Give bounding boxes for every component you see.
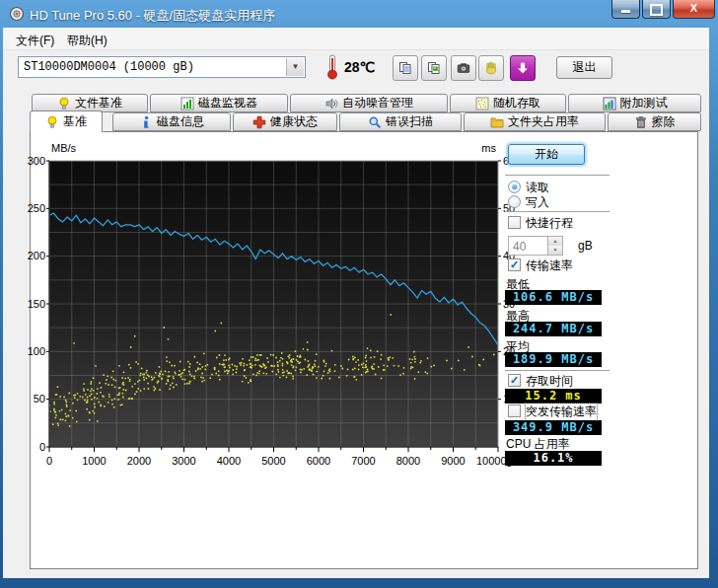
tab-label: 错误扫描 (386, 113, 433, 130)
svg-text:150: 150 (28, 298, 45, 310)
minimize-button[interactable] (611, 0, 640, 19)
divider (505, 175, 610, 177)
burst-rate-value: 349.9 MB/s (505, 420, 602, 435)
tab-label: 自动噪音管理 (342, 95, 413, 111)
disk-monitor-icon (180, 97, 194, 110)
tab-folder-usage[interactable]: 文件夹占用率 (464, 112, 606, 131)
start-button[interactable]: 开始 (508, 144, 585, 165)
exit-button[interactable]: 退出 (556, 56, 612, 79)
short-stroke-size-value: 40 (513, 240, 526, 254)
tab-random-access-alt[interactable]: 随机存取 (450, 94, 566, 112)
svg-text:7000: 7000 (351, 455, 375, 467)
copy-image-button[interactable] (421, 55, 447, 81)
tab-label: 擦除 (652, 113, 676, 130)
random-access-icon (475, 97, 489, 110)
tab-label: 附加测试 (620, 95, 668, 111)
svg-text:MB/s: MB/s (51, 142, 77, 154)
read-radio[interactable] (508, 181, 521, 193)
avg-speed-value: 189.9 MB/s (505, 352, 602, 367)
temperature-value: 28℃ (344, 59, 375, 75)
svg-text:100: 100 (28, 345, 45, 357)
tab-disk-info[interactable]: 磁盘信息 (112, 112, 231, 131)
svg-text:200: 200 (28, 250, 45, 261)
close-icon: X (690, 2, 697, 14)
short-stroke-size-spinner[interactable]: 40 ▲ ▼ (508, 236, 563, 256)
svg-text:2000: 2000 (127, 455, 151, 467)
write-radio[interactable] (508, 195, 521, 208)
disk-info-icon (139, 115, 153, 129)
save-icon (516, 61, 530, 75)
svg-text:9000: 9000 (441, 455, 465, 467)
svg-text:ms: ms (481, 142, 496, 154)
short-stroke-checkbox[interactable] (508, 216, 521, 229)
grid-lines (49, 161, 498, 447)
health-icon (252, 115, 266, 129)
screenshot-button[interactable] (451, 55, 476, 81)
burst-rate-checkbox[interactable] (508, 404, 521, 417)
short-stroke-label[interactable]: 快捷行程 (526, 215, 573, 232)
tab-benchmark[interactable]: 基准 (30, 110, 103, 132)
drive-select-value: ST10000DM0004 (10000 gB) (24, 60, 194, 74)
tab-label: 磁盘信息 (157, 113, 204, 130)
svg-text:3000: 3000 (172, 455, 195, 467)
divider (505, 211, 610, 213)
copy-text-button[interactable] (393, 55, 418, 81)
tab-aam-alt[interactable]: 自动噪音管理 (290, 94, 448, 112)
menu-file[interactable]: 文件(F) (10, 31, 60, 51)
transfer-rate-label[interactable]: 传输速率 (526, 257, 573, 274)
min-speed-value: 106.6 MB/s (505, 290, 602, 305)
title-bar[interactable]: HD Tune Pro 5.60 - 硬盘/固态硬盘实用程序 X (0, 0, 718, 28)
access-time-checkbox[interactable]: ✓ (508, 374, 521, 387)
tab-label: 磁盘监视器 (198, 95, 257, 111)
spinner-up-button[interactable]: ▲ (547, 237, 562, 246)
radio-dot (512, 184, 517, 189)
camera-icon (457, 61, 470, 75)
app-icon (9, 6, 25, 22)
maximize-icon (650, 4, 663, 16)
benchmark-icon (45, 115, 59, 129)
drive-select[interactable]: ST10000DM0004 (10000 gB) ▼ (18, 56, 306, 78)
menu-help[interactable]: 帮助(H) (61, 31, 113, 51)
write-radio-label[interactable]: 写入 (526, 194, 549, 211)
app-window: HD Tune Pro 5.60 - 硬盘/固态硬盘实用程序 X 文件(F) 帮… (0, 0, 718, 588)
burst-rate-label[interactable]: 突发传输速率 (526, 404, 597, 420)
svg-text:4000: 4000 (217, 455, 241, 467)
divider (505, 370, 610, 372)
short-stroke-unit: gB (578, 239, 593, 253)
access-time-value: 15.2 ms (505, 389, 602, 404)
tab-label: 健康状态 (270, 113, 318, 130)
svg-text:1000: 1000 (82, 455, 106, 467)
svg-text:6000: 6000 (307, 455, 330, 467)
error-scan-icon (368, 115, 382, 129)
minimize-icon (621, 10, 630, 13)
svg-text:8000: 8000 (396, 455, 420, 467)
max-speed-value: 244.7 MB/s (505, 322, 602, 336)
access-time-label[interactable]: 存取时间 (526, 373, 573, 390)
aam-icon (324, 97, 338, 110)
copy-image-icon (427, 61, 441, 75)
tab-disk-monitor-alt[interactable]: 磁盘监视器 (150, 94, 288, 112)
svg-text:250: 250 (28, 202, 45, 214)
cpu-usage-value: 16.1% (505, 451, 602, 466)
svg-text:0: 0 (39, 441, 45, 453)
folder-usage-icon (490, 115, 504, 129)
tab-health[interactable]: 健康状态 (233, 112, 337, 131)
spinner-down-button[interactable]: ▼ (547, 246, 562, 255)
tab-extra-tests-alt[interactable]: 附加测试 (568, 94, 701, 112)
window-title: HD Tune Pro 5.60 - 硬盘/固态硬盘实用程序 (30, 7, 275, 25)
tab-erase[interactable]: 擦除 (608, 112, 701, 131)
tab-label: 文件夹占用率 (508, 113, 579, 130)
thermometer-icon (323, 53, 341, 81)
hand-button[interactable] (478, 55, 504, 81)
svg-text:5000: 5000 (261, 455, 285, 467)
save-results-button[interactable] (510, 55, 536, 81)
chevron-down-icon[interactable]: ▼ (286, 58, 304, 76)
tab-label: 随机存取 (493, 95, 540, 111)
close-button[interactable]: X (673, 0, 715, 19)
tab-error-scan[interactable]: 错误扫描 (339, 112, 462, 131)
transfer-rate-checkbox[interactable]: ✓ (508, 258, 521, 271)
maximize-button[interactable] (642, 0, 671, 19)
benchmark-chart: MB/sms0501001502002503001020304050600100… (33, 138, 545, 481)
hand-icon (484, 61, 498, 75)
extra-tests-icon (603, 97, 616, 110)
